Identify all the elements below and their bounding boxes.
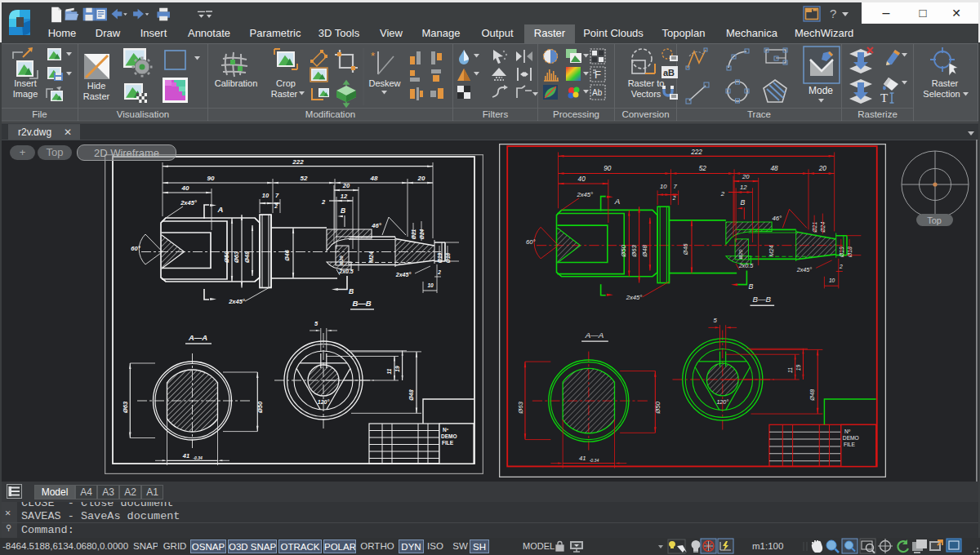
svg-text:*: * bbox=[371, 50, 375, 62]
svg-text:Crop: Crop bbox=[276, 78, 296, 88]
svg-text:Vectors: Vectors bbox=[631, 89, 662, 99]
svg-text:?: ? bbox=[830, 7, 836, 20]
svg-text:Calibration: Calibration bbox=[215, 78, 258, 88]
svg-text:aB: aB bbox=[663, 68, 675, 78]
svg-text:Ab: Ab bbox=[592, 88, 603, 97]
svg-text:Raster to: Raster to bbox=[628, 78, 665, 88]
svg-text:Top: Top bbox=[927, 215, 942, 225]
svg-text:Insert: Insert bbox=[14, 78, 37, 88]
svg-text:Raster: Raster bbox=[932, 78, 959, 88]
svg-text:Hide: Hide bbox=[87, 81, 106, 91]
svg-text:Deskew: Deskew bbox=[368, 78, 400, 88]
svg-text:T: T bbox=[880, 91, 888, 104]
svg-text:Selection: Selection bbox=[923, 89, 960, 99]
svg-text:Raster: Raster bbox=[83, 91, 110, 101]
svg-text:Mode: Mode bbox=[808, 85, 833, 96]
svg-text:Image: Image bbox=[13, 89, 38, 99]
svg-text:Raster: Raster bbox=[271, 89, 298, 99]
